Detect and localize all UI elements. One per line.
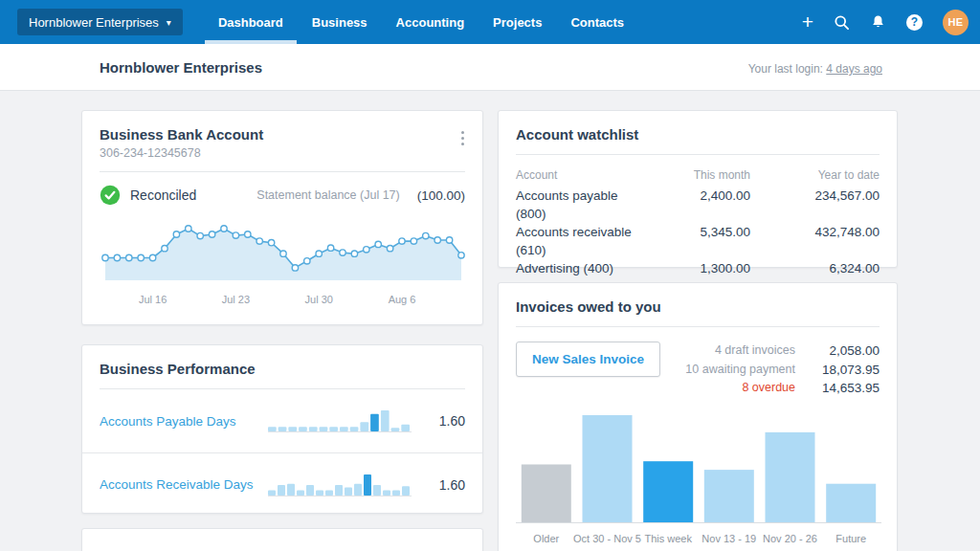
avatar[interactable]: HE — [943, 10, 969, 35]
svg-text:Older: Older — [533, 533, 559, 544]
watchlist-ytd-value: 6,324.00 — [750, 259, 880, 277]
payable-days-sparkline — [268, 408, 412, 434]
watchlist-this-month-value: 1,300.00 — [650, 259, 750, 277]
watchlist-account-name: Advertising (400) — [516, 259, 650, 277]
svg-text:Jul 23: Jul 23 — [222, 294, 250, 305]
table-row: Advertising (400) 1,300.00 6,324.00 — [516, 259, 880, 277]
svg-text:Nov 20 - 26: Nov 20 - 26 — [763, 533, 817, 544]
receivable-days-sparkline — [268, 472, 412, 498]
last-login: Your last login: 4 days ago — [748, 62, 882, 76]
invoices-card-title: Invoices owed to you — [516, 298, 880, 315]
table-row: Accounts payable (800) 2,400.00 234,567.… — [516, 187, 880, 223]
bank-account-card: Business Bank Account 306-234-12345678 R… — [81, 110, 483, 325]
performance-card-title: Business Performance — [100, 361, 465, 377]
nav-tab-accounting[interactable]: Accounting — [382, 0, 479, 44]
last-login-link[interactable]: 4 days ago — [826, 62, 882, 76]
bank-balance-chart: Jul 16Jul 23Jul 30Aug 6 — [100, 211, 465, 311]
bank-card-title: Business Bank Account — [100, 126, 465, 143]
invoices-owed-bar-chart: OlderOct 30 - Nov 5This weekNov 13 - 19N… — [516, 408, 880, 551]
watchlist-this-month-value: 2,400.00 — [650, 187, 750, 205]
nav-tab-contacts[interactable]: Contacts — [556, 0, 638, 44]
organisation-selector[interactable]: Hornblower Enterprises ▾ — [17, 9, 183, 35]
account-watchlist-card: Account watchlist Account This month Yea… — [498, 110, 898, 268]
column-header-account: Account — [516, 166, 650, 185]
overdue-label[interactable]: 8 overdue — [742, 379, 795, 398]
column-header-year-to-date: Year to date — [750, 166, 880, 185]
invoice-stat-overdue: 8 overdue 14,653.95 — [685, 379, 880, 398]
performance-row-receivable: Accounts Receivable Days 1.60 — [82, 452, 482, 516]
watchlist-this-month-value: 5,345.00 — [650, 223, 750, 241]
invoice-stats: 4 draft invoices 2,058.00 10 awaiting pa… — [685, 342, 880, 398]
performance-row-payable: Accounts Payable Days 1.60 — [82, 389, 482, 452]
table-row: Accounts receivable (610) 5,345.00 432,7… — [516, 223, 880, 259]
watchlist-table: Account This month Year to date Accounts… — [499, 155, 897, 277]
help-icon[interactable]: ? — [906, 14, 923, 31]
performance-card-header: Business Performance — [82, 345, 482, 377]
invoices-summary: New Sales Invoice 4 draft invoices 2,058… — [499, 327, 897, 398]
top-navigation-bar: Hornblower Enterprises ▾ Dashboard Busin… — [0, 0, 980, 44]
column-header-this-month: This month — [650, 166, 750, 185]
nav-utility-area: + ? HE — [802, 0, 969, 44]
svg-text:Jul 30: Jul 30 — [305, 294, 333, 305]
organisation-name: Hornblower Enterprises — [29, 15, 159, 30]
invoice-stat-awaiting: 10 awaiting payment 18,073.95 — [685, 361, 880, 380]
reconciled-row: Reconciled Statement balance (Jul 17) (1… — [82, 172, 482, 211]
watchlist-card-header: Account watchlist — [499, 111, 897, 143]
svg-text:Future: Future — [835, 533, 866, 544]
accounts-payable-days-link[interactable]: Accounts Payable Days — [100, 414, 268, 429]
watchlist-ytd-value: 234,567.00 — [750, 187, 880, 205]
nav-tab-projects[interactable]: Projects — [479, 0, 556, 44]
nav-tab-dashboard[interactable]: Dashboard — [204, 0, 298, 44]
partial-card — [81, 528, 483, 551]
watchlist-ytd-value: 432,748.00 — [750, 223, 880, 241]
search-icon[interactable] — [834, 14, 850, 31]
invoices-card-header: Invoices owed to you — [499, 283, 897, 315]
nav-tab-business[interactable]: Business — [298, 0, 382, 44]
awaiting-payment-label[interactable]: 10 awaiting payment — [685, 361, 795, 380]
statement-balance-label: Statement balance (Jul 17) — [256, 188, 399, 202]
svg-text:Nov 13 - 19: Nov 13 - 19 — [702, 533, 756, 544]
awaiting-payment-value: 18,073.95 — [795, 361, 880, 380]
page-title: Hornblower Enterprises — [100, 59, 262, 76]
bell-icon[interactable] — [870, 14, 886, 31]
svg-text:Oct 30 - Nov 5: Oct 30 - Nov 5 — [573, 533, 641, 544]
statement-balance-value: (100.00) — [417, 188, 465, 203]
watchlist-account-name: Accounts receivable (610) — [516, 223, 650, 259]
watchlist-header-row: Account This month Year to date — [516, 166, 880, 185]
last-login-label: Your last login: — [748, 62, 823, 76]
draft-invoices-value: 2,058.00 — [795, 342, 880, 361]
payable-days-value: 1.60 — [412, 413, 465, 429]
invoice-stat-draft: 4 draft invoices 2,058.00 — [685, 342, 880, 361]
reconciled-label: Reconciled — [130, 187, 196, 203]
watchlist-card-title: Account watchlist — [516, 126, 880, 143]
svg-text:Jul 16: Jul 16 — [139, 294, 167, 305]
bank-card-header: Business Bank Account 306-234-12345678 — [82, 111, 482, 160]
business-performance-card: Business Performance Accounts Payable Da… — [81, 344, 483, 514]
page-header: Hornblower Enterprises Your last login: … — [0, 44, 980, 91]
invoices-owed-card: Invoices owed to you New Sales Invoice 4… — [498, 282, 898, 551]
plus-icon[interactable]: + — [802, 11, 813, 32]
receivable-days-value: 1.60 — [412, 477, 465, 493]
bank-account-number: 306-234-12345678 — [100, 146, 465, 160]
new-sales-invoice-button[interactable]: New Sales Invoice — [516, 342, 660, 377]
overdue-value: 14,653.95 — [795, 379, 880, 398]
kebab-menu-icon[interactable] — [458, 126, 467, 149]
check-circle-icon — [100, 185, 121, 206]
watchlist-account-name: Accounts payable (800) — [516, 187, 650, 223]
performance-rows: Accounts Payable Days 1.60 Accounts Rece… — [82, 389, 482, 516]
main-menu: Dashboard Business Accounting Projects C… — [204, 0, 638, 44]
svg-text:Aug 6: Aug 6 — [389, 294, 416, 305]
draft-invoices-label[interactable]: 4 draft invoices — [715, 342, 795, 361]
dashboard-content: Business Bank Account 306-234-12345678 R… — [0, 91, 980, 551]
chevron-down-icon: ▾ — [167, 17, 171, 28]
accounts-receivable-days-link[interactable]: Accounts Receivable Days — [100, 477, 268, 492]
svg-text:This week: This week — [644, 533, 692, 544]
